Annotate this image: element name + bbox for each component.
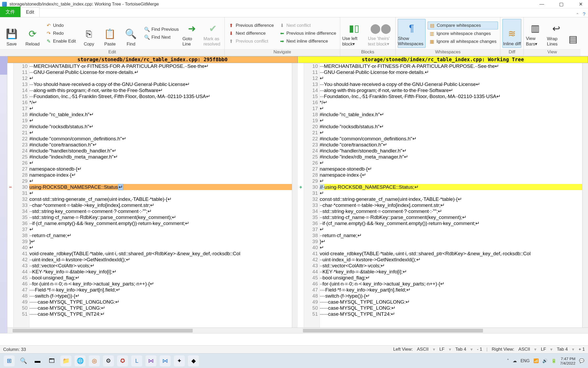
reload-icon: ⟳ <box>29 28 36 39</box>
reload-button[interactable]: ⟳Reload <box>23 19 42 48</box>
right-source[interactable]: ···MERCHANTABILITY·or·FITNESS·FOR·A·PART… <box>320 63 582 328</box>
left-eol[interactable]: LF <box>439 347 445 352</box>
enable-edit-button[interactable]: ✎Enable Edit <box>44 38 77 45</box>
right-tab[interactable]: Tab 4 <box>557 347 568 352</box>
save-icon: 💾 <box>6 28 18 39</box>
next-conflict-button[interactable]: ⬇Next conflict <box>277 22 338 29</box>
minimize-button[interactable]: — <box>537 1 547 7</box>
vs-icon-2[interactable]: ⋈ <box>160 355 171 366</box>
block-theirs-icon: ⬤⬤ <box>370 23 391 34</box>
tray-chevron-icon[interactable]: ˄ <box>507 358 509 363</box>
left-source[interactable]: ···MERCHANTABILITY·or·FITNESS·FOR·A·PART… <box>29 63 292 328</box>
window-title: storage/stonedb/index/rc_table_index.cpp… <box>9 2 159 7</box>
inline-diff-button[interactable]: ≋Inline diff <box>502 19 521 48</box>
mark-resolved-button[interactable]: ✔Mark as resolved <box>203 19 222 48</box>
edge-icon[interactable]: 🌐 <box>75 355 86 366</box>
ribbon: 💾Save ⟳Reload ↶Undo ↷Redo ✎Enable Edit ⎘… <box>0 17 588 56</box>
group-blocks-label: Blocks <box>340 49 395 56</box>
arrow-up-icon: ⬆ <box>228 23 234 28</box>
bars-icon: ▥ <box>531 23 540 34</box>
inline-diff-icon: ≋ <box>508 28 516 39</box>
view-more-button[interactable]: ▤ <box>568 19 578 48</box>
search-button[interactable]: 🔍 <box>18 355 29 366</box>
arrow-up-icon: ⬆ <box>228 38 234 44</box>
arrow-down-icon: ⬇ <box>279 23 285 28</box>
wrap-lines-button[interactable]: ↩Wrap Lines <box>547 19 566 48</box>
ribbon-collapse-icon[interactable]: ⌃ <box>576 12 579 17</box>
ignore-all-whitespace-button[interactable]: ▦Ignore all whitespace changes <box>428 38 498 45</box>
system-tray[interactable]: ˄ ☁ ENG 📶 🔊 🔋 7:47 PM 7/4/2022 💬 <box>507 356 584 365</box>
save-button[interactable]: 💾Save <box>2 19 21 48</box>
prev-diff-button[interactable]: ⬆Previous difference <box>227 22 275 29</box>
widgets-button[interactable]: 🗔 <box>46 355 57 366</box>
right-hscroll[interactable] <box>298 328 588 333</box>
locator-bar[interactable] <box>0 56 7 333</box>
app-icon-2[interactable]: ⚙ <box>103 355 114 366</box>
ignore-whitespace-button[interactable]: ▥Ignore whitespace changes <box>428 30 498 37</box>
show-whitespaces-button[interactable]: ¶Show Whitespaces <box>398 19 426 48</box>
prev-inline-button[interactable]: ⬅Previous inline difference <box>277 30 338 37</box>
left-encoding[interactable]: ASCII <box>417 347 428 352</box>
check-icon: ✔ <box>209 23 217 34</box>
use-left-block-button[interactable]: ▮▯Use left block▾ <box>342 19 366 48</box>
notifications-icon[interactable]: 💬 <box>579 358 584 363</box>
group-edit-label: Edit <box>0 49 224 56</box>
app-icon-4[interactable]: L <box>131 355 142 366</box>
next-diff-button[interactable]: ⬇Next difference <box>227 30 275 37</box>
find-next-button[interactable]: 🔍Find Next <box>143 34 180 41</box>
tortoisegitmerge-icon[interactable]: ◆ <box>188 355 199 366</box>
use-theirs-block-button[interactable]: ⬤⬤Use 'theirs' text block▾ <box>368 19 393 48</box>
left-tab[interactable]: Tab 4 <box>455 347 466 352</box>
right-vscroll[interactable] <box>582 63 588 328</box>
volume-icon[interactable]: 🔊 <box>542 358 548 363</box>
explorer-icon[interactable]: 📁 <box>60 355 71 366</box>
undo-button[interactable]: ↶Undo <box>44 22 77 29</box>
left-gutter: 1011121314151617181920212223242526272829… <box>14 63 29 328</box>
right-view-label: Right View: <box>492 347 514 352</box>
vs-icon[interactable]: ⋈ <box>145 355 156 366</box>
search-up-icon: 🔍 <box>144 27 150 32</box>
wifi-icon[interactable]: 📶 <box>533 358 539 363</box>
left-vscroll[interactable] <box>292 63 298 328</box>
language-indicator[interactable]: ENG <box>521 359 530 363</box>
right-encoding[interactable]: ASCII <box>518 347 530 352</box>
clock[interactable]: 7:47 PM 7/4/2022 <box>560 356 575 365</box>
spacer <box>0 333 588 345</box>
compare-whitespaces-button[interactable]: ▤Compare whitespaces <box>428 22 498 29</box>
titlebar: storage/stonedb/index/rc_table_index.cpp… <box>0 0 588 8</box>
copy-icon: ⎘ <box>86 28 92 39</box>
start-button[interactable]: ⊞ <box>4 355 15 366</box>
app-icon-3[interactable]: ✪ <box>117 355 128 366</box>
app-icon-5[interactable]: ✦ <box>174 355 185 366</box>
right-eol[interactable]: LF <box>541 347 546 352</box>
view-bars-button[interactable]: ▥View Bars▾ <box>526 19 545 48</box>
app-icon-1[interactable]: ◎ <box>89 355 100 366</box>
onedrive-icon[interactable]: ☁ <box>513 358 517 363</box>
search-down-icon: 🔍 <box>144 34 150 40</box>
right-markers: + <box>298 63 304 328</box>
paste-button[interactable]: 📋Paste <box>101 19 119 48</box>
wrap-icon: ↩ <box>552 23 560 34</box>
right-gutter: 1011121314151617181920212223242526272829… <box>304 63 320 328</box>
close-button[interactable]: ✕ <box>575 1 586 7</box>
goto-icon: ➜ <box>188 23 196 34</box>
redo-button[interactable]: ↷Redo <box>44 30 77 37</box>
app-icon <box>2 2 7 7</box>
next-inline-button[interactable]: ➡Next inline difference <box>277 38 338 45</box>
battery-icon[interactable]: 🔋 <box>551 358 556 363</box>
paste-icon: 📋 <box>104 28 116 39</box>
tab-edit[interactable]: Edit <box>20 7 40 17</box>
maximize-button[interactable]: ▢ <box>556 1 566 7</box>
ignore-all-icon: ▦ <box>429 39 435 44</box>
help-icon[interactable]: ? <box>583 12 585 17</box>
goto-line-button[interactable]: ➜Goto Line <box>182 19 201 48</box>
task-view-button[interactable]: ▬ <box>32 355 43 366</box>
prev-conflict-button[interactable]: ⬆Previous conflict <box>227 38 275 45</box>
left-hscroll[interactable] <box>7 328 298 333</box>
group-view-label: View <box>524 49 580 56</box>
find-previous-button[interactable]: 🔍Find Previous <box>143 26 180 33</box>
left-count: - 1 <box>477 347 482 352</box>
tab-file[interactable]: 文件 <box>0 7 20 17</box>
find-button[interactable]: 🔍Find <box>122 19 140 48</box>
copy-button[interactable]: ⎘Copy <box>80 19 98 48</box>
